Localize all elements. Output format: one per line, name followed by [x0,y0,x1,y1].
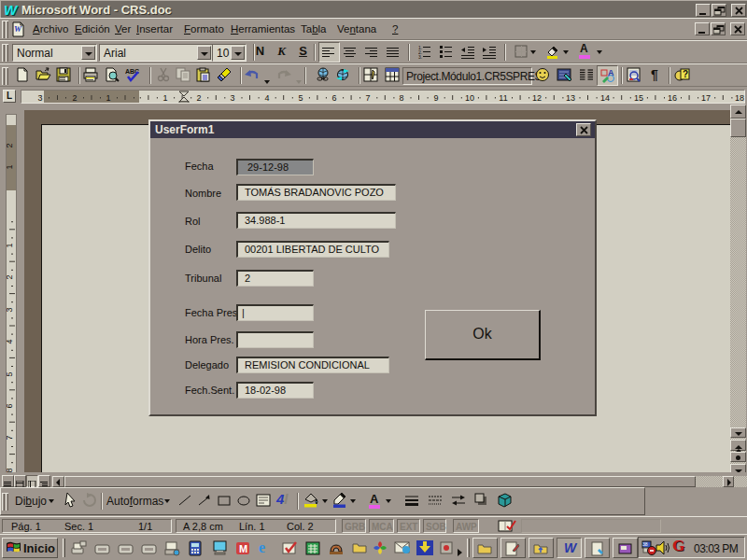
svg-text:5: 5 [298,93,303,103]
svg-text:W: W [14,24,22,34]
svg-text:3: 3 [230,93,234,103]
svg-text:1: 1 [106,93,110,103]
svg-text:?: ? [683,69,688,79]
svg-text:1: 1 [162,93,167,103]
svg-text:17: 17 [701,93,711,103]
svg-text:4: 4 [264,93,269,103]
svg-text:4: 4 [7,339,14,343]
svg-text:2: 2 [7,274,14,279]
svg-text:1: 1 [7,243,14,247]
svg-text:3: 3 [37,93,42,103]
svg-text:14: 14 [600,93,610,103]
svg-text:5: 5 [7,371,14,376]
svg-text:9: 9 [433,93,438,103]
svg-text:3: 3 [7,307,14,312]
svg-text:1: 1 [7,164,14,169]
svg-text:16: 16 [668,93,677,103]
svg-text:38: 38 [642,541,648,547]
svg-text:6: 6 [331,93,336,103]
svg-text:7: 7 [365,93,370,103]
svg-text:6: 6 [7,403,14,408]
svg-text:10: 10 [465,93,474,103]
svg-text:11: 11 [499,93,507,103]
svg-text:8: 8 [399,93,403,103]
svg-text:7: 7 [7,435,14,440]
svg-text:M: M [239,543,247,554]
svg-text:15: 15 [634,93,643,103]
svg-text:A: A [608,68,614,77]
svg-text:2: 2 [72,93,77,103]
svg-text:2: 2 [7,143,14,147]
svg-text:2: 2 [196,93,201,103]
svg-text:12: 12 [532,93,542,103]
svg-text:18: 18 [735,93,744,103]
svg-text:3.: 3. [418,54,422,60]
svg-text:13: 13 [566,93,575,103]
